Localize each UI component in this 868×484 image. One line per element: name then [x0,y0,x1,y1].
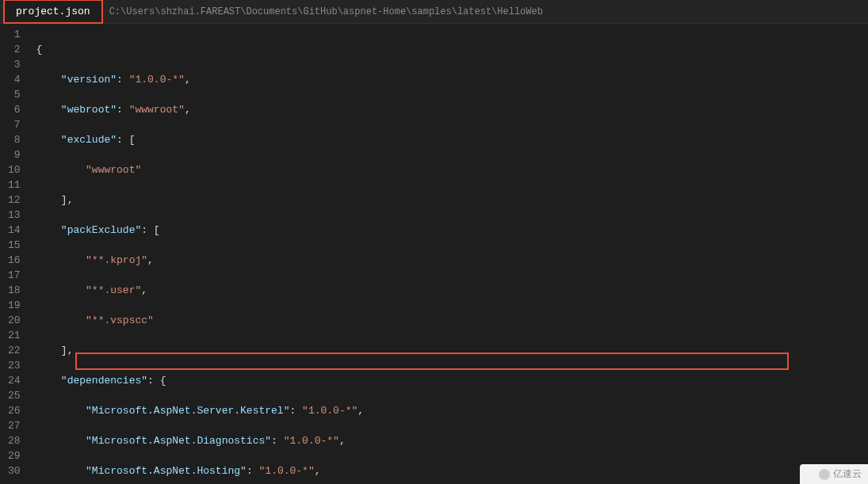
version-value: 1.0.0-* [135,74,178,86]
code-editor[interactable]: 1 2 3 4 5 6 7 8 9 10 11 12 13 14 15 16 1… [0,24,868,484]
line-number: 18 [8,283,21,298]
line-number: 9 [8,147,21,162]
line-number: 12 [8,192,21,208]
line-number: 19 [8,298,21,313]
code-content[interactable]: { "version": "1.0.0-*", "webroot": "wwwr… [32,24,868,484]
line-number: 30 [8,463,21,478]
line-number: 5 [8,87,21,102]
line-number: 14 [8,223,21,238]
tab-bar: project.json C:\Users\shzhai.FAREAST\Doc… [0,0,868,24]
line-number: 22 [8,343,21,358]
webroot-value: wwwroot [135,104,178,116]
line-number: 10 [8,162,21,177]
line-number: 17 [8,268,21,283]
line-number: 21 [8,328,21,343]
exclude-value: wwwroot [92,164,136,176]
line-number: 25 [8,388,21,403]
line-number: 11 [8,177,21,192]
line-number: 1 [8,27,21,42]
line-number: 13 [8,208,21,223]
packexclude-value: **.user [92,284,136,296]
line-number: 28 [8,433,21,448]
line-number: 7 [8,117,21,132]
line-number: 29 [8,448,21,463]
packexclude-value: **.vspscc [92,314,147,326]
line-number: 4 [8,72,21,87]
line-number: 26 [8,403,21,418]
line-number: 3 [8,57,21,72]
line-number: 16 [8,253,21,268]
line-number: 8 [8,132,21,147]
line-number: 2 [8,42,21,57]
watermark-icon [819,469,830,480]
line-number: 27 [8,418,21,433]
file-path: C:\Users\shzhai.FAREAST\Documents\GitHub… [109,6,543,17]
line-gutter: 1 2 3 4 5 6 7 8 9 10 11 12 13 14 15 16 1… [0,24,32,484]
watermark-text: 亿速云 [833,467,862,481]
packexclude-value: **.kproj [92,254,141,266]
file-tab[interactable]: project.json [3,0,103,24]
watermark: 亿速云 [800,464,868,484]
line-number: 6 [8,102,21,117]
line-number: 15 [8,238,21,253]
line-number: 24 [8,373,21,388]
line-number: 23 [8,358,21,373]
line-number: 20 [8,313,21,328]
